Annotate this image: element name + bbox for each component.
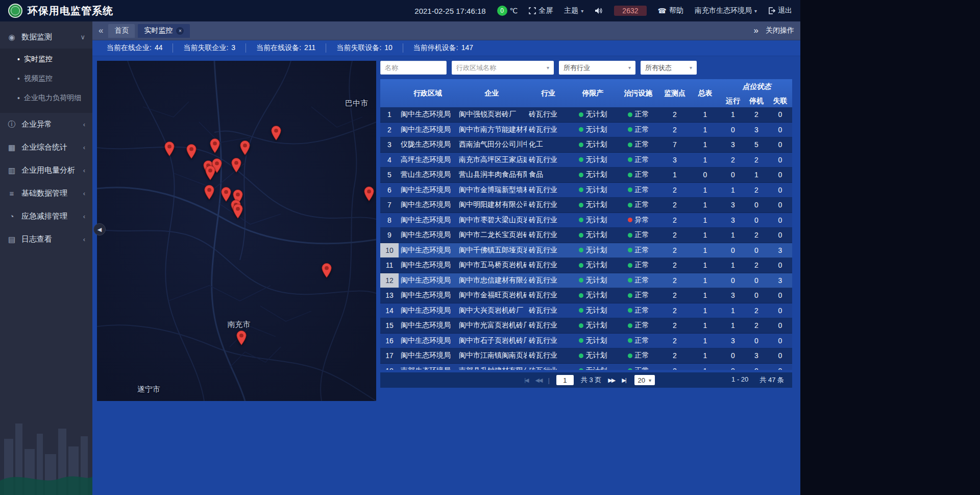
page-size-select[interactable]: 20 ▾ xyxy=(634,375,655,385)
tab-close-icon[interactable]: × xyxy=(176,27,184,35)
cell-industry: 砖瓦行业 xyxy=(527,123,570,137)
table-row[interactable]: 9 阆中生态环境局 阆中市二龙长宝页岩砖 砖瓦行业 无计划 正常 2 1 1 2… xyxy=(380,228,792,243)
main-area: « 首页 实时监控 × » 关闭操作 当前在线企业: 44 当前失联企业: 3 … xyxy=(92,21,800,495)
industry-filter-select[interactable]: 所有行业 ▾ xyxy=(559,61,635,75)
map-pin-icon[interactable] xyxy=(186,144,197,159)
table-row[interactable]: 6 阆中生态环境局 阆中市金博瑞新型墙材 砖瓦行业 无计划 正常 2 1 1 2… xyxy=(380,183,792,198)
prev-page-button[interactable]: ◀◀ xyxy=(535,377,542,384)
cell-pollution-facility: 正常 xyxy=(616,228,660,243)
sidebar-group[interactable]: ◔ 应急减排管理 ‹ xyxy=(0,205,92,228)
theme-dropdown[interactable]: 主题 ▾ xyxy=(564,6,583,15)
sidebar-collapse-handle[interactable]: ◀ xyxy=(93,223,106,235)
map-pin-icon[interactable] xyxy=(209,138,220,154)
sidebar-item[interactable]: • 实时监控 xyxy=(0,50,92,69)
table-row[interactable]: 15 阆中生态环境局 阆中市光富页岩机砖厂 砖瓦行业 无计划 正常 2 1 1 … xyxy=(380,318,792,334)
cell-disconnected: 0 xyxy=(768,213,792,228)
cell-production-limit: 无计划 xyxy=(570,228,616,243)
cell-index: 7 xyxy=(380,198,399,213)
table-row[interactable]: 3 仪陇生态环境局 西南油气田分公司川中 化工 无计划 正常 7 1 3 5 0 xyxy=(380,137,792,153)
table-row[interactable]: 2 阆中生态环境局 阆中市南方节能建材有 砖瓦行业 无计划 正常 2 1 0 3… xyxy=(380,123,792,138)
first-page-button[interactable]: |◀ xyxy=(524,377,528,384)
map-pin-icon[interactable] xyxy=(164,142,175,157)
page-number-input[interactable]: 1 xyxy=(556,375,574,385)
next-page-button[interactable]: ▶▶ xyxy=(608,377,615,384)
logout-button[interactable]: 退出 xyxy=(768,6,792,15)
help-button[interactable]: ☎ 帮助 xyxy=(658,6,683,15)
map-city-label: 南充市 xyxy=(227,320,250,329)
stat-label: 当前失联设备: xyxy=(336,43,381,53)
tab-bar: « 首页 实时监控 × » 关闭操作 xyxy=(92,21,800,40)
map-pin-icon[interactable] xyxy=(363,186,374,202)
map-pin-icon[interactable] xyxy=(236,331,247,346)
cell-index: 16 xyxy=(380,334,399,348)
table-row[interactable]: 8 阆中生态环境局 阆中市枣碧大梁山页岩 砖瓦行业 无计划 异常 2 1 3 0… xyxy=(380,213,792,228)
map-pin-icon[interactable] xyxy=(322,263,332,278)
table-row[interactable]: 16 阆中生态环境局 阆中市石子页岩机砖厂 砖瓦行业 无计划 正常 2 1 3 … xyxy=(380,334,792,349)
cell-stopped: 5 xyxy=(745,137,768,152)
sidebar-item[interactable]: • 视频监控 xyxy=(0,69,92,88)
table-row[interactable]: 4 高坪生态环境局 南充市高坪区王家店建 砖瓦行业 无计划 正常 3 1 2 2… xyxy=(380,153,792,168)
close-operations-button[interactable]: 关闭操作 xyxy=(766,26,794,35)
table-row[interactable]: 5 营山生态环境局 营山县润丰肉食品有限 食品 无计划 正常 1 0 0 1 0 xyxy=(380,168,792,183)
table-row[interactable]: 17 阆中生态环境局 阆中市江南镇阆南页岩 砖瓦行业 无计划 正常 2 1 0 … xyxy=(380,348,792,364)
status-dot xyxy=(628,323,632,328)
cell-production-limit: 无计划 xyxy=(570,137,616,152)
table-row[interactable]: 18 南部生态环境局 南部县升钟建材有限公 砖瓦行业 无计划 正常 2 1 0 … xyxy=(380,364,792,370)
tabs-scroll-left-button[interactable]: « xyxy=(99,26,103,36)
cell-pollution-facility: 正常 xyxy=(616,273,660,288)
sidebar-group[interactable]: ▦ 企业综合统计 ‹ xyxy=(0,136,92,159)
status-dot xyxy=(579,263,583,268)
table-row[interactable]: 12 阆中生态环境局 阆中市忠信建材有限公 砖瓦行业 无计划 正常 2 1 0 … xyxy=(380,273,792,289)
status-dot xyxy=(628,293,632,298)
point-status-header-group: 点位状态 运行停机失联 xyxy=(721,79,792,107)
sidebar-group[interactable]: ⓘ 企业异常 ‹ xyxy=(0,113,92,136)
map-pin-icon[interactable] xyxy=(204,184,214,200)
cell-monitor-points: 1 xyxy=(660,168,689,182)
cell-production-limit: 无计划 xyxy=(570,273,616,288)
map-pin-icon[interactable] xyxy=(239,140,250,156)
cell-disconnected: 0 xyxy=(768,183,792,198)
stat-item: 当前在线企业: 44 xyxy=(96,43,173,53)
map-pin-icon[interactable] xyxy=(271,125,282,140)
tab[interactable]: 实时监控 × xyxy=(138,24,190,38)
cell-pollution-facility: 正常 xyxy=(616,258,660,273)
map-pin-icon[interactable] xyxy=(231,158,241,173)
temperature-badge: 0 ℃ xyxy=(497,6,518,16)
table-row[interactable]: 13 阆中生态环境局 阆中市金福旺页岩机砖 砖瓦行业 无计划 正常 2 1 3 … xyxy=(380,288,792,303)
last-page-button[interactable]: ▶| xyxy=(622,377,625,384)
table-row[interactable]: 7 阆中生态环境局 阆中明阳建材有限公司 砖瓦行业 无计划 正常 2 1 3 0… xyxy=(380,198,792,213)
fullscreen-button[interactable]: 全屏 xyxy=(529,6,553,15)
tabs-scroll-right-button[interactable]: » xyxy=(754,26,758,36)
sidebar-item[interactable]: • 企业电力负荷明细 xyxy=(0,88,92,108)
table-row[interactable]: 10 阆中生态环境局 阆中千佛镇五郎垭页岩 砖瓦行业 无计划 正常 2 1 0 … xyxy=(380,243,792,258)
org-dropdown[interactable]: 南充市生态环境局 ▾ xyxy=(695,6,757,15)
cell-company: 南部县升钟建材有限公 xyxy=(457,364,527,370)
map-panel[interactable]: 巴中市南充市遂宁市 xyxy=(97,61,376,401)
cell-region: 仪陇生态环境局 xyxy=(399,137,457,152)
cell-index: 5 xyxy=(380,168,399,182)
sidebar-group[interactable]: ▤ 日志查看 ‹ xyxy=(0,228,92,251)
table-row[interactable]: 11 阆中生态环境局 阆中市五马桥页岩机砖 砖瓦行业 无计划 正常 2 1 1 … xyxy=(380,258,792,273)
cell-company: 营山县润丰肉食品有限 xyxy=(457,168,527,182)
table-row[interactable]: 1 阆中生态环境局 阆中强锐页岩砖厂 砖瓦行业 无计划 正常 2 1 1 2 0 xyxy=(380,107,792,123)
name-filter-input[interactable] xyxy=(380,61,447,75)
region-filter-select[interactable]: 行政区域名称 ▾ xyxy=(452,61,554,75)
sidebar-group[interactable]: ◉ 数据监测 ∨ xyxy=(0,26,92,49)
range-label: 1 - 20 xyxy=(731,375,748,385)
sidebar-group[interactable]: ≡ 基础数据管理 ‹ xyxy=(0,182,92,205)
cell-region: 阆中生态环境局 xyxy=(399,318,457,333)
map-pin-icon[interactable] xyxy=(233,203,243,219)
cell-total-meters: 1 xyxy=(689,183,721,198)
status-filter-select[interactable]: 所有状态 ▾ xyxy=(641,61,697,75)
map-pin-icon[interactable] xyxy=(205,166,216,181)
alert-count-badge[interactable]: 2632 xyxy=(614,6,646,16)
cell-stopped: 3 xyxy=(745,123,768,137)
app-title: 环保用电监管系统 xyxy=(28,4,113,18)
table-row[interactable]: 14 阆中生态环境局 阆中大兴页岩机砖厂 砖瓦行业 无计划 正常 2 1 1 2… xyxy=(380,303,792,319)
sidebar-group[interactable]: ▥ 企业用电量分析 ‹ xyxy=(0,159,92,182)
speaker-button[interactable] xyxy=(595,7,603,14)
tab[interactable]: 首页 xyxy=(108,24,135,38)
stat-value: 44 xyxy=(155,43,163,53)
cell-production-limit: 无计划 xyxy=(570,334,616,348)
stat-value: 10 xyxy=(384,43,393,53)
